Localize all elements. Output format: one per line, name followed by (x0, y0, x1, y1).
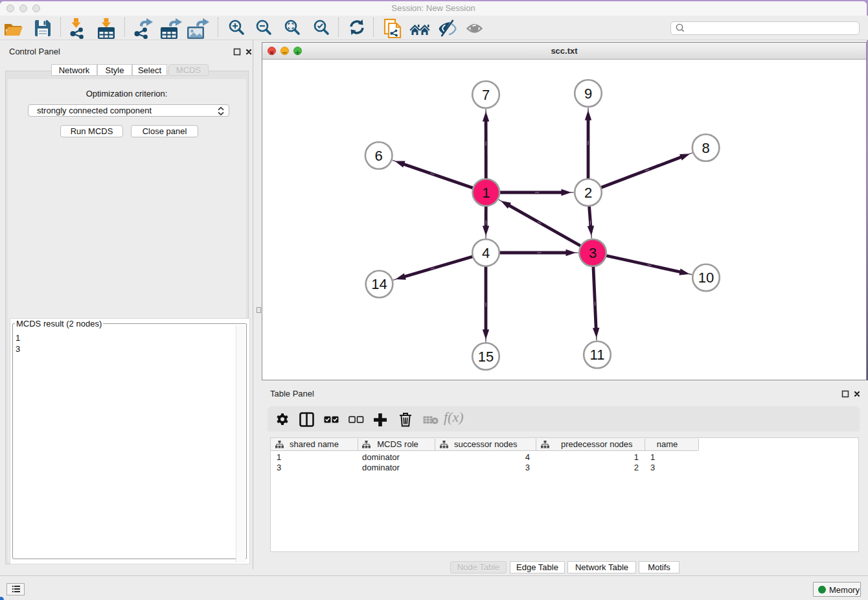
svg-text:1: 1 (482, 185, 490, 201)
svg-text:11: 11 (590, 347, 605, 363)
svg-text:7: 7 (482, 87, 490, 103)
svg-text:4: 4 (482, 245, 490, 261)
svg-text:3: 3 (589, 245, 597, 261)
svg-text:8: 8 (702, 140, 709, 156)
svg-text:10: 10 (698, 270, 714, 286)
svg-text:14: 14 (371, 276, 387, 292)
svg-text:15: 15 (478, 349, 494, 365)
svg-text:2: 2 (584, 185, 592, 201)
svg-text:6: 6 (375, 148, 383, 164)
svg-text:9: 9 (584, 86, 592, 102)
